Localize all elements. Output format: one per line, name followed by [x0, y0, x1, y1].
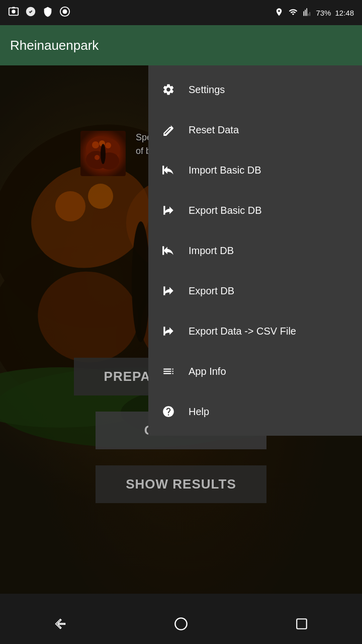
menu-item-app-info[interactable]: App Info — [148, 351, 362, 391]
menu-item-settings[interactable]: Settings — [148, 69, 362, 110]
svg-point-4 — [62, 9, 67, 14]
wifi-icon — [288, 8, 299, 18]
location-icon — [275, 8, 284, 18]
status-left-icons — [8, 6, 70, 19]
signal-icon — [303, 8, 312, 18]
export-basic-db-label: Export Basic DB — [189, 205, 262, 216]
svg-point-31 — [175, 618, 187, 629]
main-content: Species of but Settings Reset Data — [0, 65, 362, 594]
recents-button[interactable] — [287, 609, 317, 639]
menu-item-help[interactable]: Help — [148, 391, 362, 432]
app-bar: Rheinauenpark — [0, 25, 362, 65]
record-icon — [59, 6, 70, 19]
menu-item-import-db[interactable]: Import DB — [148, 230, 362, 271]
import-db-icon — [160, 243, 176, 259]
menu-item-export-basic-db[interactable]: Export Basic DB — [148, 190, 362, 230]
time-display: 12:48 — [335, 9, 354, 17]
export-db-label: Export DB — [189, 285, 234, 297]
import-basic-db-label: Import Basic DB — [189, 165, 261, 176]
menu-item-export-db[interactable]: Export DB — [148, 271, 362, 311]
svg-rect-32 — [297, 619, 307, 629]
shield-icon — [42, 6, 53, 19]
check-icon — [25, 6, 36, 19]
eraser-icon — [160, 122, 176, 138]
svg-point-1 — [12, 10, 15, 13]
menu-item-export-csv[interactable]: Export Data -> CSV File — [148, 311, 362, 351]
reset-data-label: Reset Data — [189, 124, 239, 136]
battery-percentage: 73% — [316, 9, 331, 17]
back-button[interactable] — [45, 609, 75, 639]
export-csv-label: Export Data -> CSV File — [189, 326, 296, 337]
dropdown-menu: Settings Reset Data Import Basic DB — [148, 65, 362, 436]
status-right: 73% 12:48 — [275, 8, 354, 18]
import-basic-icon — [160, 162, 176, 178]
export-basic-icon — [160, 202, 176, 218]
app-info-label: App Info — [189, 366, 226, 377]
menu-item-reset-data[interactable]: Reset Data — [148, 110, 362, 150]
help-label: Help — [189, 406, 209, 418]
menu-item-import-basic-db[interactable]: Import Basic DB — [148, 150, 362, 190]
status-bar: 73% 12:48 — [0, 0, 362, 25]
app-title: Rheinauenpark — [10, 38, 99, 53]
import-db-label: Import DB — [189, 245, 234, 257]
gear-icon — [160, 82, 176, 98]
help-icon — [160, 404, 176, 420]
photo-icon — [8, 6, 19, 19]
home-button[interactable] — [166, 609, 196, 639]
settings-label: Settings — [189, 84, 225, 96]
export-csv-icon — [160, 323, 176, 339]
export-db-icon — [160, 283, 176, 299]
svg-rect-2 — [12, 7, 15, 9]
navigation-bar — [0, 604, 362, 644]
app-info-icon — [160, 363, 176, 379]
